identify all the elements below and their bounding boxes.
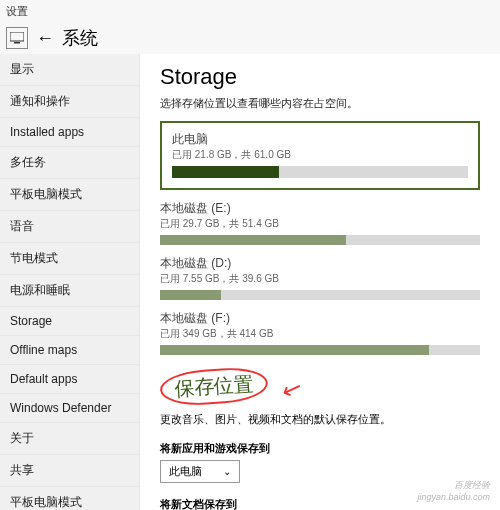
disk-name: 本地磁盘 (E:) (160, 200, 480, 217)
disk-entry[interactable]: 本地磁盘 (D:)已用 7.55 GB，共 39.6 GB (160, 255, 480, 300)
settings-window: 设置 ← 系统 显示通知和操作Installed apps多任务平板电脑模式语音… (0, 0, 500, 510)
disk-usage-text: 已用 29.7 GB，共 51.4 GB (160, 217, 480, 231)
storage-subtitle: 选择存储位置以查看哪些内容在占空间。 (160, 96, 480, 111)
disk-entry[interactable]: 此电脑已用 21.8 GB，共 61.0 GB (160, 121, 480, 190)
app-title: 设置 (0, 0, 500, 22)
dropdown-value: 此电脑 (169, 464, 202, 479)
sidebar-item[interactable]: 多任务 (0, 147, 139, 179)
annotation-arrow: ↙ (278, 372, 306, 405)
sidebar-item[interactable]: 显示 (0, 54, 139, 86)
svg-rect-0 (10, 32, 24, 41)
disk-usage-bar (172, 166, 468, 178)
page-title: 系统 (62, 26, 98, 50)
disk-usage-text: 已用 7.55 GB，共 39.6 GB (160, 272, 480, 286)
disk-usage-bar (160, 345, 480, 355)
annotation-ring: 保存位置 (159, 365, 269, 407)
chevron-down-icon: ⌄ (223, 466, 231, 477)
disk-usage-text: 已用 349 GB，共 414 GB (160, 327, 480, 341)
disk-usage-text: 已用 21.8 GB，共 61.0 GB (172, 148, 468, 162)
sidebar-item[interactable]: 平板电脑模式 (0, 487, 139, 510)
watermark: 百度经验 jingyan.baidu.com (417, 479, 490, 502)
disk-usage-bar-fill (160, 345, 429, 355)
back-button[interactable]: ← (36, 29, 54, 47)
svg-rect-1 (14, 42, 20, 44)
sidebar-item[interactable]: 共享 (0, 455, 139, 487)
sidebar-item[interactable]: Offline maps (0, 336, 139, 365)
save-location-heading: 保存位置 (173, 370, 255, 403)
sidebar-item[interactable]: 通知和操作 (0, 86, 139, 118)
sidebar-item[interactable]: 电源和睡眠 (0, 275, 139, 307)
disk-usage-bar-fill (160, 235, 346, 245)
disk-name: 本地磁盘 (F:) (160, 310, 480, 327)
sidebar-item[interactable]: Default apps (0, 365, 139, 394)
save-location-label: 将新应用和游戏保存到 (160, 441, 480, 456)
disk-name: 本地磁盘 (D:) (160, 255, 480, 272)
disk-list: 此电脑已用 21.8 GB，共 61.0 GB本地磁盘 (E:)已用 29.7 … (160, 121, 480, 355)
save-location-desc: 更改音乐、图片、视频和文档的默认保存位置。 (160, 412, 480, 427)
disk-usage-bar-fill (160, 290, 221, 300)
sidebar-item[interactable]: 节电模式 (0, 243, 139, 275)
disk-usage-bar (160, 235, 480, 245)
disk-entry[interactable]: 本地磁盘 (E:)已用 29.7 GB，共 51.4 GB (160, 200, 480, 245)
sidebar-item[interactable]: Storage (0, 307, 139, 336)
save-location-heading-wrap: 保存位置 ↙ (160, 369, 480, 404)
content-area: Storage 选择存储位置以查看哪些内容在占空间。 此电脑已用 21.8 GB… (140, 54, 500, 510)
save-location-dropdown[interactable]: 此电脑⌄ (160, 460, 240, 483)
sidebar-item[interactable]: Windows Defender (0, 394, 139, 423)
sidebar-item[interactable]: 语音 (0, 211, 139, 243)
sidebar-item[interactable]: Installed apps (0, 118, 139, 147)
device-icon (6, 27, 28, 49)
disk-entry[interactable]: 本地磁盘 (F:)已用 349 GB，共 414 GB (160, 310, 480, 355)
sidebar-item[interactable]: 关于 (0, 423, 139, 455)
sidebar-item[interactable]: 平板电脑模式 (0, 179, 139, 211)
sidebar: 显示通知和操作Installed apps多任务平板电脑模式语音节电模式电源和睡… (0, 54, 140, 510)
disk-usage-bar (160, 290, 480, 300)
header: ← 系统 (0, 22, 500, 54)
save-location-group: 将新应用和游戏保存到此电脑⌄ (160, 441, 480, 483)
disk-usage-bar-fill (172, 166, 279, 178)
storage-heading: Storage (160, 64, 480, 90)
disk-name: 此电脑 (172, 131, 468, 148)
